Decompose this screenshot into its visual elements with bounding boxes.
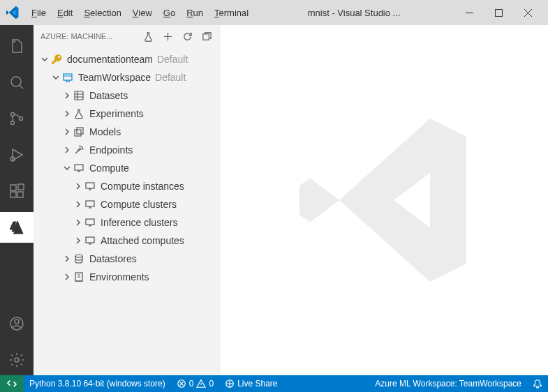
collapse-icon[interactable]	[200, 29, 214, 43]
tree-datastores[interactable]: Datastores	[34, 250, 221, 268]
menu-edit[interactable]: Edit	[52, 5, 77, 21]
sidebar-header: AZURE: MACHINE...	[34, 25, 221, 47]
tree-label: Compute clusters	[101, 199, 177, 210]
chevron-right-icon	[73, 181, 84, 192]
svg-rect-1	[495, 9, 502, 16]
tree-label: TeamWorkspace	[78, 72, 151, 83]
status-liveshare[interactable]: Live Share	[219, 375, 283, 392]
activity-bar	[0, 25, 34, 375]
status-bar: Python 3.8.10 64-bit (windows store) 0 0…	[0, 375, 548, 392]
svg-rect-8	[10, 192, 16, 197]
tree-label: Datastores	[89, 253, 137, 264]
endpoints-icon	[73, 144, 85, 156]
sidebar-title: AZURE: MACHINE...	[40, 32, 135, 40]
status-label: Live Share	[237, 379, 277, 389]
svg-rect-7	[10, 185, 16, 190]
tree-label: Experiments	[89, 108, 144, 119]
activity-azure[interactable]	[0, 212, 34, 243]
status-python[interactable]: Python 3.8.10 64-bit (windows store)	[24, 375, 171, 392]
activity-source-control[interactable]	[0, 103, 34, 134]
chevron-right-icon	[61, 90, 73, 101]
error-icon	[177, 379, 186, 389]
tree-label: Models	[89, 126, 121, 137]
tree-label: Attached computes	[101, 235, 184, 246]
svg-point-13	[15, 358, 19, 362]
tree-models[interactable]: Models	[34, 123, 221, 141]
menu-terminal[interactable]: Terminal	[209, 5, 253, 21]
bell-icon	[533, 379, 542, 389]
tree-endpoints[interactable]: Endpoints	[34, 141, 221, 159]
title-bar: File Edit Selection View Go Run Terminal…	[0, 0, 548, 25]
chevron-right-icon	[73, 217, 84, 228]
tree-label: Compute	[89, 163, 129, 174]
monitor-icon	[84, 180, 96, 193]
chevron-right-icon	[73, 235, 84, 246]
window-title: mnist - Visual Studio ...	[253, 8, 454, 18]
vscode-logo-icon	[6, 6, 20, 20]
tree-workspace[interactable]: TeamWorkspace Default	[34, 68, 221, 86]
status-problems[interactable]: 0 0	[171, 375, 219, 392]
activity-explorer[interactable]	[0, 31, 34, 61]
maximize-button[interactable]	[484, 2, 513, 23]
svg-point-2	[11, 77, 21, 86]
status-label: 0	[209, 379, 214, 389]
status-notifications[interactable]	[527, 375, 548, 392]
svg-rect-0	[466, 13, 473, 13]
environments-icon	[73, 271, 85, 283]
liveshare-icon	[225, 379, 235, 389]
activity-accounts[interactable]	[0, 308, 34, 339]
tree-environments[interactable]: Environments	[34, 268, 221, 286]
menu-view[interactable]: View	[128, 5, 157, 21]
tree-inference-clusters[interactable]: Inference clusters	[34, 213, 221, 232]
menu-file[interactable]: File	[27, 5, 51, 21]
tree-compute[interactable]: Compute	[34, 159, 221, 177]
svg-rect-17	[75, 130, 81, 136]
activity-run-debug[interactable]	[0, 140, 34, 170]
svg-point-3	[11, 113, 15, 116]
chevron-right-icon	[61, 253, 73, 264]
key-icon	[50, 53, 63, 66]
tree-label: Inference clusters	[101, 217, 178, 228]
menu-run[interactable]: Run	[182, 5, 208, 21]
plus-icon[interactable]	[161, 29, 175, 43]
tree-compute-instances[interactable]: Compute instances	[34, 177, 221, 195]
refresh-icon[interactable]	[180, 29, 194, 43]
svg-rect-20	[75, 165, 83, 170]
status-label: 0	[189, 379, 194, 389]
svg-rect-22	[86, 201, 94, 206]
flask-icon	[73, 107, 85, 120]
warning-icon	[196, 379, 206, 389]
tree-subscription[interactable]: documentationteam Default	[34, 50, 221, 68]
datasets-icon	[73, 89, 85, 102]
menu-go[interactable]: Go	[158, 5, 180, 21]
status-label: Python 3.8.10 64-bit (windows store)	[29, 379, 165, 389]
menu-selection[interactable]: Selection	[79, 5, 126, 21]
status-azure-workspace[interactable]: Azure ML Workspace: TeamWorkspace	[369, 375, 527, 392]
flask-icon[interactable]	[141, 29, 155, 43]
tree-datasets[interactable]: Datasets	[34, 86, 221, 105]
tree-label: documentationteam	[67, 54, 153, 65]
tree-label: Datasets	[89, 90, 128, 101]
activity-extensions[interactable]	[0, 176, 34, 206]
monitor-icon	[84, 216, 96, 229]
chevron-right-icon	[61, 108, 73, 119]
chevron-down-icon	[39, 54, 50, 65]
tree-compute-clusters[interactable]: Compute clusters	[34, 195, 221, 213]
svg-point-4	[11, 121, 15, 125]
close-button[interactable]	[513, 2, 542, 23]
svg-rect-18	[77, 128, 83, 134]
tree-view: documentationteam Default TeamWorkspace …	[34, 47, 221, 289]
status-label: Azure ML Workspace: TeamWorkspace	[375, 379, 521, 389]
svg-rect-14	[202, 33, 208, 39]
activity-search[interactable]	[0, 67, 34, 98]
svg-point-12	[15, 319, 19, 324]
svg-point-5	[20, 117, 23, 121]
tree-experiments[interactable]: Experiments	[34, 105, 221, 123]
tree-attached-computes[interactable]: Attached computes	[34, 232, 221, 250]
chevron-right-icon	[61, 126, 73, 137]
svg-rect-24	[86, 237, 94, 243]
activity-settings[interactable]	[0, 345, 34, 375]
minimize-button[interactable]	[454, 2, 484, 23]
workspace-icon	[61, 71, 74, 84]
remote-button[interactable]	[0, 375, 24, 392]
